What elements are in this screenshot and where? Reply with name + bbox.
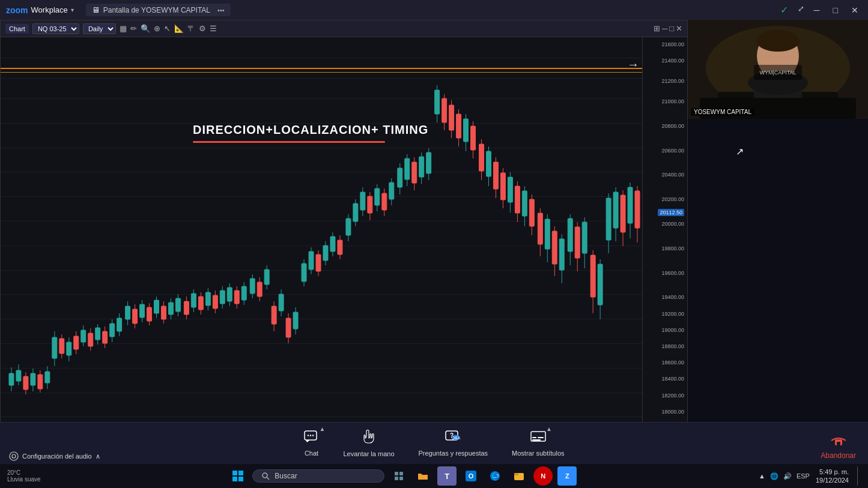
language-indicator[interactable]: ESP — [797, 472, 810, 480]
svg-rect-47 — [175, 298, 180, 312]
svg-rect-206 — [395, 477, 398, 480]
svg-rect-13 — [52, 337, 57, 358]
maximize-button[interactable]: □ — [830, 4, 842, 16]
symbol-select[interactable]: NQ 03-25 — [32, 23, 79, 34]
price-label: 18600.00 — [661, 360, 684, 366]
svg-rect-61 — [227, 288, 232, 301]
subtitles-chevron-up[interactable]: ▲ — [546, 426, 552, 432]
svg-rect-205 — [399, 472, 403, 475]
fib-icon[interactable]: 〒 — [187, 23, 195, 34]
subtitles-icon: ▲ — [530, 430, 546, 447]
price-label: 18800.00 — [661, 343, 684, 349]
chat-button[interactable]: ▲ Chat — [304, 430, 320, 457]
svg-rect-11 — [45, 372, 50, 383]
current-price-label: 20112.50 — [658, 209, 684, 216]
file-manager-button[interactable] — [509, 466, 529, 486]
price-axis: 21600.00 21400.00 21200.00 21000.00 2080… — [642, 37, 687, 445]
volume-icon[interactable]: 🔊 — [783, 472, 792, 480]
settings-icon[interactable]: ⚙ — [199, 24, 206, 33]
leave-meeting-button[interactable]: Abandonar — [821, 435, 856, 460]
weather-widget[interactable]: 20°C Lluvia suave — [7, 469, 41, 483]
expand-icon[interactable]: ⤢ — [798, 4, 804, 16]
taskbar-right: ▲ 🌐 🔊 ESP 5:49 p. m. 19/12/2024 — [759, 466, 861, 486]
video-person-name: YOSEWYM CAPITAL — [691, 108, 754, 116]
svg-rect-199 — [238, 471, 243, 475]
price-label: 20600.00 — [661, 148, 684, 154]
svg-rect-69 — [257, 282, 262, 297]
svg-rect-67 — [250, 279, 255, 294]
show-desktop-button[interactable] — [857, 466, 861, 486]
file-explorer-button[interactable] — [413, 466, 432, 486]
svg-rect-71 — [264, 270, 269, 285]
close-button[interactable]: ✕ — [848, 4, 862, 16]
svg-point-195 — [12, 454, 16, 458]
zoom-logo-area: zoom Workplace ▾ — [6, 5, 74, 15]
close-chart-icon[interactable]: ✕ — [676, 24, 682, 33]
task-view-button[interactable] — [389, 466, 408, 486]
svg-rect-27 — [103, 331, 108, 343]
chart-canvas: → DIRECCION+LOCALIZACION+ TIMING .bull {… — [1, 37, 687, 445]
outlook-button[interactable]: O — [461, 466, 481, 486]
teams-button[interactable]: T — [437, 466, 457, 486]
maximize-chart-icon[interactable]: □ — [669, 24, 674, 33]
mouse-cursor-indicator: ↗ — [736, 146, 744, 157]
svg-point-194 — [10, 452, 18, 460]
zoom-taskbar-button[interactable]: Z — [557, 466, 577, 486]
edge-browser-button[interactable] — [485, 466, 505, 486]
minimize-chart-icon[interactable]: ─ — [662, 24, 667, 33]
windows-icon — [232, 471, 243, 481]
cursor-icon[interactable]: ↖ — [164, 24, 171, 33]
audio-config-button[interactable]: Configuración del audio ∧ — [9, 451, 100, 461]
leave-icon — [830, 435, 847, 450]
svg-rect-83 — [309, 252, 314, 270]
bar-chart-icon[interactable]: ▦ — [120, 24, 127, 33]
svg-rect-141 — [522, 191, 527, 216]
antivirus-button[interactable]: N — [533, 466, 553, 486]
svg-rect-127 — [471, 126, 476, 150]
svg-text:Q&A: Q&A — [452, 436, 461, 441]
price-label: 21000.00 — [661, 98, 684, 104]
layout-icon[interactable]: ⊞ — [654, 24, 660, 33]
raise-hand-button[interactable]: Levantar la mano — [344, 430, 395, 457]
chat-chevron-up[interactable]: ▲ — [320, 426, 326, 432]
crosshair-icon[interactable]: ⊕ — [154, 24, 160, 33]
taskbar-left: 20°C Lluvia suave — [7, 469, 47, 483]
svg-rect-81 — [302, 264, 306, 282]
svg-rect-155 — [575, 227, 580, 258]
edge-icon — [490, 471, 500, 481]
tray-expand-icon[interactable]: ▲ — [759, 472, 765, 480]
taskbar-search[interactable]: Buscar — [252, 469, 384, 483]
system-clock[interactable]: 5:49 p. m. 19/12/2024 — [816, 468, 849, 485]
minimize-button[interactable]: ─ — [810, 4, 824, 16]
svg-rect-79 — [293, 312, 298, 329]
svg-rect-5 — [23, 376, 28, 390]
svg-rect-171 — [635, 191, 640, 228]
svg-text:O: O — [469, 472, 474, 480]
svg-rect-7 — [31, 373, 35, 385]
svg-point-202 — [263, 473, 267, 478]
chat-icon: ▲ — [304, 430, 320, 447]
chart-container: Chart NQ 03-25 Daily ▦ ✏ 🔍 ⊕ ↖ 📐 〒 ⚙ ☰ ⊞… — [0, 20, 688, 446]
timeframe-select[interactable]: Daily — [83, 23, 116, 34]
more-options-btn[interactable]: ••• — [217, 7, 225, 14]
workplace-dropdown[interactable]: ▾ — [71, 7, 74, 13]
titlebar: zoom Workplace ▾ 🖥 Pantalla de YOSEWYM C… — [0, 0, 868, 20]
screen-share-tab[interactable]: 🖥 Pantalla de YOSEWYM CAPITAL ••• — [86, 4, 231, 16]
price-label: 18400.00 — [661, 376, 684, 382]
antivirus-icon: N — [541, 472, 545, 480]
svg-rect-129 — [479, 144, 484, 171]
list-icon[interactable]: ☰ — [210, 24, 217, 33]
pencil-icon[interactable]: ✏ — [130, 24, 137, 33]
subtitles-button[interactable]: ▲ Mostrar subtítulos — [512, 430, 564, 457]
ruler-icon[interactable]: 📐 — [174, 24, 184, 33]
qa-button[interactable]: ? Q&A Preguntas y respuestas — [419, 430, 488, 457]
file-manager-icon — [514, 471, 524, 481]
video-feed: WYM|CAPITAL YOSEWYM CAPITAL — [688, 20, 868, 119]
price-label: 20000.00 — [661, 221, 684, 227]
start-button[interactable] — [228, 466, 247, 486]
video-background: WYM|CAPITAL — [688, 20, 868, 119]
network-icon: 🌐 — [770, 472, 778, 480]
svg-rect-19 — [74, 336, 79, 349]
magnifier-icon[interactable]: 🔍 — [141, 24, 150, 33]
svg-rect-119 — [442, 98, 447, 122]
